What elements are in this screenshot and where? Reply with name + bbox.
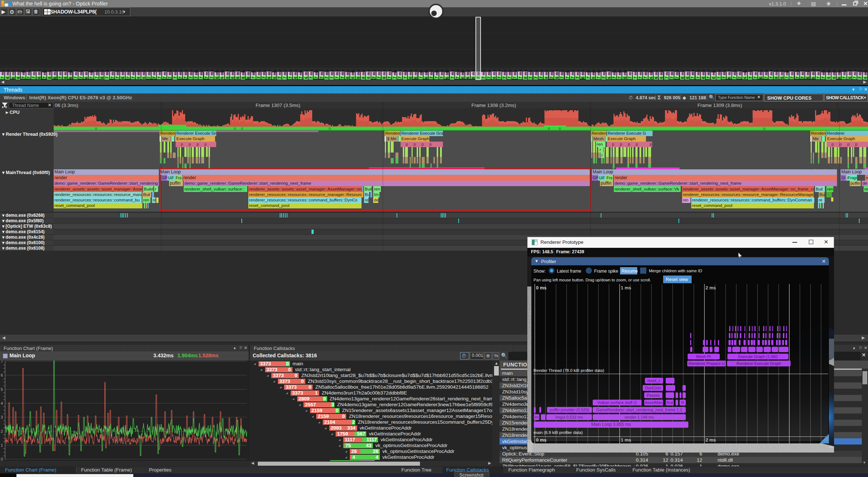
svg-text:1: 1 — [1, 443, 3, 447]
svg-text:3: 3 — [1, 415, 3, 419]
svg-text:5: 5 — [1, 387, 3, 392]
svg-text:0: 0 — [1, 457, 3, 461]
svg-text:4: 4 — [1, 401, 3, 405]
svg-text:7: 7 — [1, 361, 3, 363]
svg-text:2: 2 — [1, 429, 3, 434]
svg-text:6: 6 — [1, 373, 3, 377]
